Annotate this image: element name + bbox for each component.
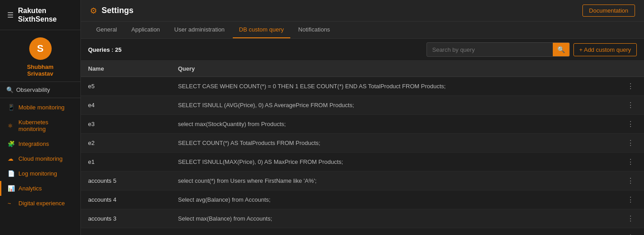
avatar: S [29,37,52,60]
sidebar-item-cloud-monitoring[interactable]: ☁ Cloud monitoring [0,151,80,166]
sidebar-item-log-monitoring[interactable]: 📄 Log monitoring [0,166,80,181]
col-actions [617,61,644,77]
table-row: accounts 4Select avg(Balance) from Accou… [81,190,644,209]
cloud-icon: ☁ [8,155,15,162]
row-menu-button[interactable]: ⋮ [624,157,637,167]
sidebar-header: ☰ Rakuten SixthSense [0,0,80,30]
row-menu-button[interactable]: ⋮ [624,119,637,129]
cell-actions: ⋮ [617,172,644,190]
gear-icon: ⚙ [90,6,97,16]
row-menu-button[interactable]: ⋮ [624,81,637,91]
tab-user-administration[interactable]: User administration [168,22,231,38]
toolbar-right: 🔍 + Add custom query [426,42,637,57]
digital-icon: ~ [8,200,15,207]
cell-actions: ⋮ [617,77,644,96]
brand-name: Rakuten SixthSense [18,6,57,23]
cell-name: e5 [81,77,171,96]
cell-query: SELECT COUNT(*) AS TotalProducts FROM Pr… [171,134,617,153]
analytics-icon: 📊 [8,185,15,192]
cell-actions: ⋮ [617,153,644,172]
cell-name: e2 [81,134,171,153]
table-row: accounts 2Select min(Balance) from Accou… [81,228,644,235]
nav-label: Kubernetes monitoring [18,119,74,132]
tabs: General Application User administration … [81,22,644,39]
topbar-left: ⚙ Settings [90,6,133,16]
tab-db-custom-query[interactable]: DB custom query [233,22,290,38]
nav-label: Analytics [18,185,42,192]
table-row: e5SELECT CASE WHEN COUNT(*) = 0 THEN 1 E… [81,77,644,96]
sidebar-item-analytics[interactable]: 📊 Analytics [0,181,80,196]
tab-general[interactable]: General [90,22,123,38]
cell-actions: ⋮ [617,115,644,134]
row-menu-button[interactable]: ⋮ [624,232,637,235]
row-menu-button[interactable]: ⋮ [624,100,637,110]
cell-actions: ⋮ [617,190,644,209]
cell-query: SELECT ISNULL (AVG(Price), 0) AS Average… [171,96,617,115]
nav-items: 📱 Mobile monitoring ⚛ Kubernetes monitor… [0,98,80,235]
table-row: e4SELECT ISNULL (AVG(Price), 0) AS Avera… [81,96,644,115]
row-menu-button[interactable]: ⋮ [624,138,637,148]
table-row: e3select max(StockQuantity) from Product… [81,115,644,134]
row-menu-button[interactable]: ⋮ [624,194,637,205]
sidebar-item-kubernetes-monitoring[interactable]: ⚛ Kubernetes monitoring [0,115,80,136]
sidebar-item-mobile-monitoring[interactable]: 📱 Mobile monitoring [0,100,80,115]
cell-query: select max(StockQuantity) from Products; [171,115,617,134]
queries-toolbar: Queries : 25 🔍 + Add custom query [81,39,644,61]
nav-label: Integrations [18,140,49,147]
cell-name: e4 [81,96,171,115]
tab-application[interactable]: Application [125,22,166,38]
table-row: e1SELECT ISNULL(MAX(Price), 0) AS MaxPri… [81,153,644,172]
user-section: S Shubham Srivastav [0,30,80,82]
cell-query: Select max(Balance) from Accounts; [171,209,617,228]
content-area: Queries : 25 🔍 + Add custom query Name Q… [81,39,644,235]
tab-notifications[interactable]: Notifications [292,22,337,38]
col-name: Name [81,61,171,77]
cell-name: accounts 2 [81,228,171,235]
queries-table: Name Query e5SELECT CASE WHEN COUNT(*) =… [81,61,644,235]
nav-label: Mobile monitoring [18,104,65,111]
observability-section[interactable]: 🔍 Observability [0,82,80,98]
row-menu-button[interactable]: ⋮ [624,176,637,186]
cell-query: select count(*) from Users where FirstNa… [171,172,617,190]
cell-query: Select min(Balance) from Accounts; [171,228,617,235]
search-input[interactable] [427,44,553,56]
nav-label: Cloud monitoring [18,155,62,162]
documentation-button[interactable]: Documentation [582,5,635,17]
search-button[interactable]: 🔍 [553,43,569,56]
topbar: ⚙ Settings Documentation [81,0,644,22]
cell-query: SELECT ISNULL(MAX(Price), 0) AS MaxPrice… [171,153,617,172]
mobile-icon: 📱 [8,104,15,111]
hamburger-icon[interactable]: ☰ [7,11,13,19]
observability-label: Observability [16,86,50,93]
main-content: ⚙ Settings Documentation General Applica… [81,0,644,235]
table-body: e5SELECT CASE WHEN COUNT(*) = 0 THEN 1 E… [81,77,644,235]
search-container: 🔍 [426,42,570,57]
cell-actions: ⋮ [617,96,644,115]
cell-query: Select avg(Balance) from Accounts; [171,190,617,209]
sidebar-item-integrations[interactable]: 🧩 Integrations [0,136,80,151]
user-name: Shubham Srivastav [27,63,53,77]
sidebar: ☰ Rakuten SixthSense S Shubham Srivastav… [0,0,81,235]
cell-name: accounts 5 [81,172,171,190]
sidebar-item-digital-experience[interactable]: ~ Digital experience [0,196,80,211]
page-title: Settings [102,6,133,15]
cell-actions: ⋮ [617,228,644,235]
table-row: e2SELECT COUNT(*) AS TotalProducts FROM … [81,134,644,153]
col-query: Query [171,61,617,77]
cell-name: e3 [81,115,171,134]
nav-label: Digital experience [18,200,65,207]
nav-label: Log monitoring [18,170,57,177]
cell-name: accounts 4 [81,190,171,209]
table-head: Name Query [81,61,644,77]
kubernetes-icon: ⚛ [8,122,15,129]
integrations-icon: 🧩 [8,140,15,147]
cell-actions: ⋮ [617,134,644,153]
cell-actions: ⋮ [617,209,644,228]
add-custom-query-button[interactable]: + Add custom query [573,43,637,56]
cell-query: SELECT CASE WHEN COUNT(*) = 0 THEN 1 ELS… [171,77,617,96]
log-icon: 📄 [8,170,15,177]
row-menu-button[interactable]: ⋮ [624,213,637,224]
table-row: accounts 3Select max(Balance) from Accou… [81,209,644,228]
queries-count: Queries : 25 [88,46,121,53]
cell-name: accounts 3 [81,209,171,228]
